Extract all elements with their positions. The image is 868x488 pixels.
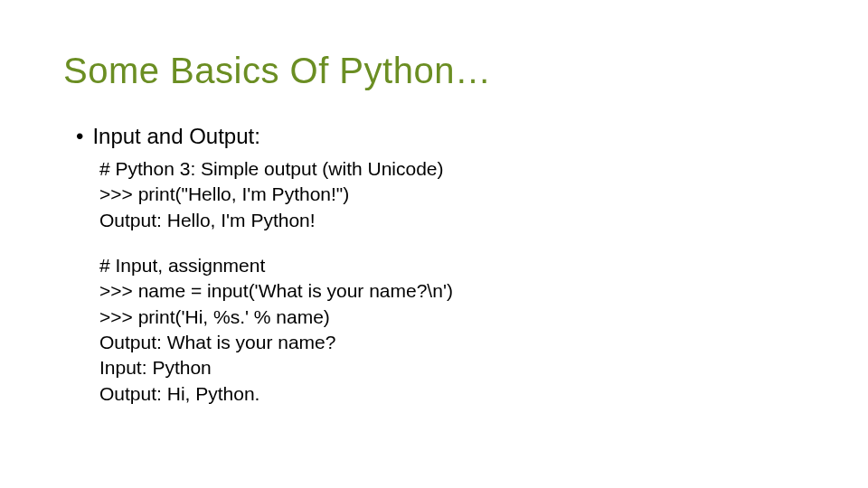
bullet-dot-icon: •: [76, 124, 83, 149]
bullet-item: • Input and Output:: [76, 124, 805, 149]
code-line: Output: What is your name?: [99, 330, 805, 355]
code-block-1: # Python 3: Simple output (with Unicode)…: [99, 156, 805, 233]
slide-title: Some Basics Of Python…: [63, 51, 805, 91]
code-line: # Input, assignment: [99, 253, 805, 278]
code-line: # Python 3: Simple output (with Unicode): [99, 156, 805, 182]
bullet-text: Input and Output:: [92, 124, 259, 149]
code-line: >>> name = input('What is your name?\n'): [99, 278, 805, 304]
code-block-2: # Input, assignment >>> name = input('Wh…: [99, 253, 805, 407]
spacer: [63, 233, 805, 253]
code-line: Output: Hi, Python.: [99, 381, 805, 407]
code-line: Input: Python: [99, 355, 805, 380]
code-line: Output: Hello, I'm Python!: [99, 208, 805, 233]
code-line: >>> print("Hello, I'm Python!"): [99, 182, 805, 207]
slide: Some Basics Of Python… • Input and Outpu…: [0, 0, 868, 488]
code-line: >>> print('Hi, %s.' % name): [99, 305, 805, 330]
